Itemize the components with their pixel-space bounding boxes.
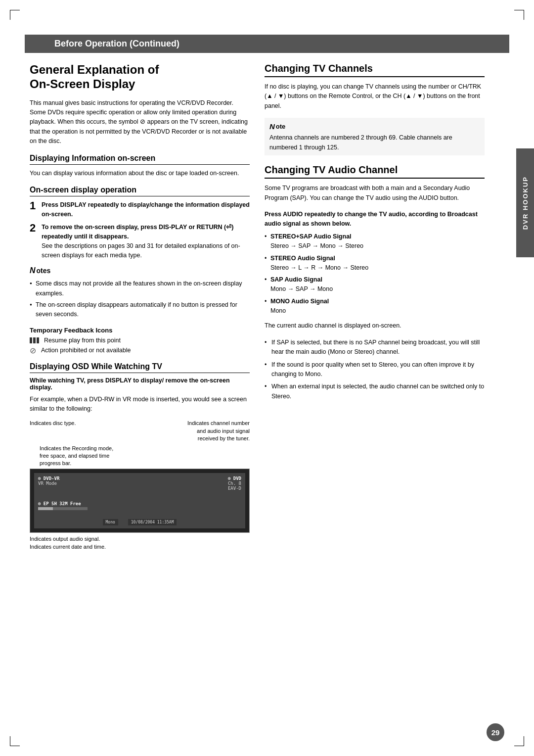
screen-dvd-right: ⊙ DVD Ch. 8 EAV-D	[228, 476, 241, 491]
audio-bold-instruction: Press AUDIO repeatedly to change the TV …	[265, 210, 485, 229]
audio-item-stereo: STEREO Audio Signal Stereo → L → R → Mon…	[265, 254, 485, 273]
note-text: Antenna channels are numbered 2 through …	[269, 134, 452, 150]
bar-seg-1	[30, 337, 32, 343]
page-number-text: 29	[491, 728, 500, 737]
screen-vr-mode: VR Mode	[38, 481, 59, 486]
audio-item-mono: MONO Audio Signal Mono	[265, 297, 485, 316]
header-title: Before Operation (Continued)	[54, 39, 179, 48]
corner-mark-br	[514, 736, 524, 746]
bar-seg-2	[33, 337, 36, 343]
label-channel: Indicates channel number and audio input…	[185, 420, 250, 442]
screen-eavd: EAV-D	[228, 486, 241, 491]
feedback-item-2: ⊘ Action prohibited or not available	[30, 346, 250, 355]
diagram-bottom-labels: Indicates output audio signal. Indicates…	[30, 535, 250, 551]
changing-tv-body: If no disc is playing, you can change TV…	[265, 82, 485, 111]
notes-n: N	[30, 265, 36, 277]
diagram-top-labels: Indicates disc type. Indicates channel n…	[30, 420, 250, 442]
section-displaying-title: Displaying Information on-screen	[30, 154, 250, 165]
audio-label-1: STEREO Audio Signal	[270, 254, 485, 263]
page-wrapper: DVR HOOKUP Before Operation (Continued) …	[0, 0, 534, 756]
label-recording: Indicates the Recording mode, free space…	[30, 445, 119, 468]
main-title-line2: On-Screen Display	[30, 77, 135, 91]
notes-box: N otes Some discs may not provide all th…	[30, 265, 250, 319]
audio-label-3: MONO Audio Signal	[270, 297, 485, 306]
feedback-section: Temporary Feedback Icons Resume play fro…	[30, 327, 250, 355]
screen-ep: ⊙ EP 5H 32M Free	[38, 501, 88, 506]
step-2-body: See the descriptions on pages 30 and 31 …	[42, 242, 240, 259]
osd-section-title: Displaying OSD While Watching TV	[30, 362, 250, 373]
step-2-number: 2	[30, 223, 39, 260]
diagram-mid-labels: Indicates the Recording mode, free space…	[30, 445, 250, 468]
audio-section-title: Changing TV Audio Channel	[265, 164, 485, 179]
note-ote: ote	[276, 122, 286, 132]
intro-text: This manual gives basic instructions for…	[30, 98, 250, 146]
corner-mark-tr	[514, 10, 524, 20]
step-1-number: 1	[30, 200, 39, 219]
audio-value-1: Stereo → L → R → Mono → Stereo	[270, 264, 368, 271]
resume-icon	[30, 337, 39, 343]
current-audio-text: The current audio channel is displayed o…	[265, 321, 485, 331]
main-title: General Explanation of On-Screen Display	[30, 63, 250, 92]
screen-datetime: 10/08/2004 11:35AM	[128, 519, 177, 525]
bullet-list: If SAP is selected, but there is no SAP …	[265, 338, 485, 401]
header-bar: Before Operation (Continued)	[25, 35, 509, 53]
audio-label-0: STEREO+SAP Audio Signal	[270, 232, 485, 241]
feedback-label-2: Action prohibited or not available	[41, 347, 131, 354]
section-onscreen-title: On-screen display operation	[30, 186, 250, 196]
feedback-label-1: Resume play from this point	[44, 337, 121, 344]
feedback-item-1: Resume play from this point	[30, 337, 250, 344]
prohibited-icon: ⊘	[30, 346, 36, 355]
screen-bottom-row: Mono 10/08/2004 11:35AM	[38, 519, 241, 525]
progress-bar-fill	[38, 507, 53, 510]
step-1-bold: Press DISPLAY repeatedly to display/chan…	[42, 201, 250, 218]
progress-bar	[38, 507, 88, 510]
content-area: General Explanation of On-Screen Display…	[0, 53, 534, 561]
corner-mark-tl	[10, 10, 20, 20]
screen-inner: ⊙ DVD-VR VR Mode ⊙ DVD Ch. 8 EAV-D	[34, 473, 245, 528]
label-disc-type: Indicates disc type.	[30, 420, 76, 442]
audio-item-stereo-sap: STEREO+SAP Audio Signal Stereo → SAP → M…	[265, 232, 485, 251]
bullet-item-1: If the sound is poor quality when set to…	[265, 360, 485, 379]
screen-ch: Ch. 8	[228, 481, 241, 486]
note-item-1: Some discs may not provide all the featu…	[30, 279, 250, 298]
step-1: 1 Press DISPLAY repeatedly to display/ch…	[30, 200, 250, 219]
notes-otes: otes	[37, 266, 51, 277]
step-1-text: Press DISPLAY repeatedly to display/chan…	[42, 200, 250, 219]
page-number: 29	[487, 723, 504, 741]
side-tab: DVR HOOKUP	[516, 148, 534, 257]
notes-list: Some discs may not provide all the featu…	[30, 279, 250, 320]
screen-dvd-right-label: ⊙ DVD	[228, 476, 241, 481]
main-title-line1: General Explanation of	[30, 63, 159, 76]
audio-value-0: Stereo → SAP → Mono → Stereo	[270, 242, 363, 249]
audio-value-2: Mono → SAP → Mono	[270, 285, 333, 292]
label-date-time: Indicates current date and time.	[30, 543, 250, 551]
bullet-item-2: When an external input is selected, the …	[265, 382, 485, 401]
osd-bold-instruction: While watching TV, press DISPLAY to disp…	[30, 377, 250, 391]
right-column: Changing TV Channels If no disc is playi…	[265, 63, 504, 551]
bar-seg-3	[37, 337, 39, 343]
screen-mono: Mono	[103, 519, 118, 525]
audio-item-sap: SAP Audio Signal Mono → SAP → Mono	[265, 275, 485, 294]
step-2: 2 To remove the on-screen display, press…	[30, 223, 250, 260]
osd-body: For example, when a DVD-RW in VR mode is…	[30, 395, 250, 414]
changing-tv-title: Changing TV Channels	[265, 63, 485, 77]
audio-list: STEREO+SAP Audio Signal Stereo → SAP → M…	[265, 232, 485, 315]
screen-top-row: ⊙ DVD-VR VR Mode ⊙ DVD Ch. 8 EAV-D	[38, 476, 241, 491]
screen-mid-row: ⊙ EP 5H 32M Free	[38, 501, 241, 510]
label-audio-out: Indicates output audio signal.	[30, 535, 250, 543]
screen-box: ⊙ DVD-VR VR Mode ⊙ DVD Ch. 8 EAV-D	[30, 469, 250, 533]
audio-section-body: Some TV programs are broadcast with both…	[265, 184, 485, 203]
screen-dvd-label: ⊙ DVD-VR	[38, 476, 59, 481]
screen-ep-info: ⊙ EP 5H 32M Free	[38, 501, 88, 510]
note-header: N ote	[269, 121, 480, 132]
note-item-2: The on-screen display disappears automat…	[30, 300, 250, 320]
osd-diagram: Indicates disc type. Indicates channel n…	[30, 420, 250, 551]
section-displaying-body: You can display various information abou…	[30, 169, 250, 178]
left-column: General Explanation of On-Screen Display…	[30, 63, 250, 551]
note-n: N	[269, 121, 275, 132]
audio-label-2: SAP Audio Signal	[270, 275, 485, 284]
step-2-bold: To remove the on-screen display, press D…	[42, 224, 233, 240]
step-2-text: To remove the on-screen display, press D…	[42, 223, 250, 260]
side-tab-label: DVR HOOKUP	[522, 176, 529, 230]
bullet-item-0: If SAP is selected, but there is no SAP …	[265, 338, 485, 357]
